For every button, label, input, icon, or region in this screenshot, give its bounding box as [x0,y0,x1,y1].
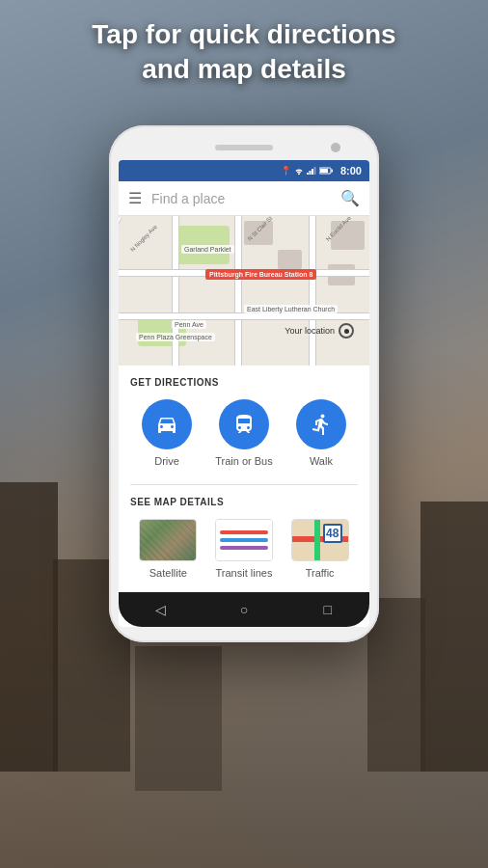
traffic-label: Traffic [306,567,335,579]
phone-screen: 📍 [119,160,369,627]
transit-line-blue [220,538,268,542]
search-icon[interactable]: 🔍 [340,189,360,207]
direction-buttons: Drive Train or Bus [130,399,358,467]
transit-button[interactable] [219,399,269,449]
walk-button-wrap: Walk [296,399,346,467]
status-bar: 📍 [119,160,369,181]
navigation-bar: ◁ ○ □ [119,592,369,627]
bottom-panel: GET DIRECTIONS Drive [119,366,369,590]
transit-line-red [220,530,268,534]
satellite-thumbnail[interactable] [139,519,197,561]
title-line2: and map details [142,54,346,84]
transit-button-wrap: Train or Bus [215,399,273,467]
get-directions-title: GET DIRECTIONS [130,377,358,388]
satellite-image [140,520,196,560]
building-block-2 [278,250,302,269]
title-line1: Tap for quick directions [92,19,395,49]
svg-rect-0 [307,173,309,175]
phone-camera [331,143,340,152]
phone-device: 📍 [109,125,379,642]
transit-lines-image [216,520,272,560]
transit-lines-thumbnail[interactable] [215,519,273,561]
location-label: Your location [285,326,335,336]
label-penn-ave: Penn Ave [172,320,206,329]
road-v-1 [172,216,179,366]
traffic-wrap: 48 Traffic [291,519,349,579]
label-penn: Penn Plaza Greenspace [136,333,215,341]
status-icons: 📍 [281,166,333,176]
home-button[interactable]: ○ [232,598,256,621]
traffic-number: 48 [323,524,342,543]
marker-fire-station: Pittsburgh Fire Bureau Station 8 [205,269,316,280]
svg-rect-3 [313,167,315,175]
svg-rect-1 [309,171,311,175]
transit-lines-label: Transit lines [216,567,273,579]
road-v-3 [309,216,316,366]
traffic-thumbnail[interactable]: 48 [291,519,349,561]
drive-button-wrap: Drive [142,399,192,467]
satellite-label: Satellite [149,567,187,579]
walk-button[interactable] [296,399,346,449]
road-h-2 [119,312,369,320]
walk-label: Walk [310,455,333,467]
phone-speaker [215,145,273,150]
transit-lines-wrap: Transit lines [215,519,273,579]
search-placeholder[interactable]: Find a place [151,191,331,206]
location-dot [339,323,354,339]
drive-button[interactable] [142,399,192,449]
hamburger-icon[interactable]: ☰ [128,191,142,206]
battery-icon [319,167,333,175]
hero-text: Tap for quick directions and map details [0,17,488,88]
map-details-title: SEE MAP DETAILS [130,497,358,507]
svg-rect-2 [312,169,313,175]
bus-icon [232,413,256,436]
phone-body: 📍 [109,125,379,642]
transit-line-purple [220,546,268,550]
svg-rect-6 [320,169,328,173]
map-detail-items: Satellite Transit lines [130,519,358,579]
wifi-icon [294,167,304,175]
traffic-image: 48 [292,520,348,560]
satellite-wrap: Satellite [139,519,197,579]
search-bar[interactable]: ☰ Find a place 🔍 [119,181,369,216]
label-church: East Liberty Lutheran Church [244,305,338,313]
location-pin: Your location [285,323,354,339]
road-v-2 [234,216,242,366]
signal-icon [307,167,316,175]
status-time: 8:00 [340,165,362,176]
section-divider [130,484,358,485]
recent-apps-button[interactable]: □ [316,598,339,621]
label-garland: Garland Parklet [181,245,234,254]
back-button[interactable]: ◁ [149,598,172,621]
car-icon [155,413,178,436]
walk-icon [310,413,333,436]
phone-top-bar [119,145,369,150]
map-view[interactable]: Garland Parklet Pittsburgh Fire Bureau S… [119,216,369,366]
transit-label: Train or Bus [215,455,273,467]
gps-icon: 📍 [281,166,291,176]
svg-rect-5 [331,170,333,173]
drive-label: Drive [154,455,179,467]
traffic-road-v [314,520,320,560]
